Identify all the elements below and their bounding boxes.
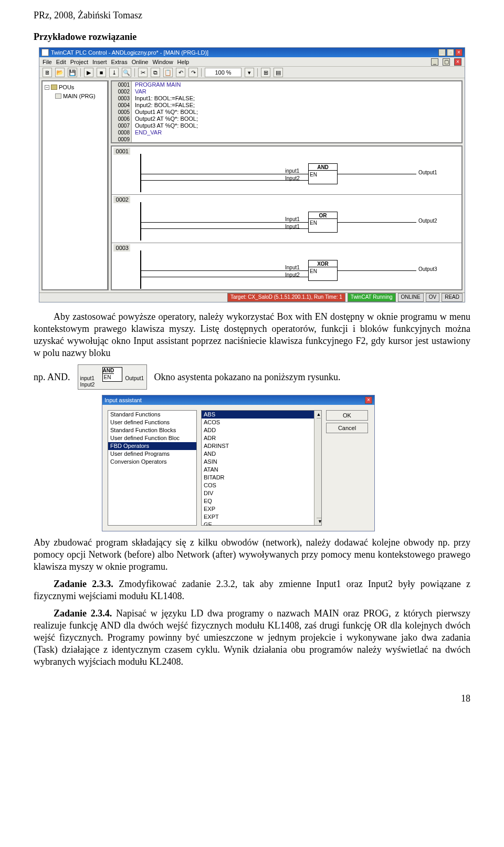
net-input1: Input1 bbox=[285, 265, 300, 271]
assist-category-item[interactable]: User defined Function Bloc bbox=[108, 434, 196, 442]
assist-operator-item[interactable]: DIV bbox=[202, 489, 321, 497]
open-icon[interactable]: 📂 bbox=[55, 68, 65, 77]
tool-icon-b[interactable]: ▤ bbox=[274, 68, 283, 77]
code-line: Output2 AT %Q*: BOOL; bbox=[135, 116, 461, 122]
net-output: Output2 bbox=[418, 218, 437, 225]
ld-block[interactable]: OREN bbox=[308, 212, 338, 233]
project-tree[interactable]: − POUs MAIN (PRG) bbox=[41, 80, 109, 290]
menu-item-project[interactable]: Project bbox=[70, 58, 88, 66]
net-input2: Input2 bbox=[285, 272, 300, 279]
copy-icon[interactable]: ⧉ bbox=[151, 68, 160, 77]
menu-item-window[interactable]: Window bbox=[152, 58, 173, 66]
undo-icon[interactable]: ↶ bbox=[176, 68, 185, 77]
run-icon[interactable]: ▶ bbox=[84, 68, 93, 77]
code-line: END_VAR bbox=[135, 129, 461, 136]
step-icon[interactable]: ⤓ bbox=[109, 68, 119, 77]
net-input1: Input1 bbox=[285, 216, 300, 223]
assist-operator-item[interactable]: ATAN bbox=[202, 466, 321, 474]
mdi-close-button[interactable]: × bbox=[454, 58, 461, 66]
dialog-close-button[interactable]: × bbox=[365, 396, 372, 404]
maximize-button[interactable]: ▢ bbox=[447, 49, 454, 56]
assist-operator-item[interactable]: COS bbox=[202, 482, 321, 489]
line-number: 0008 bbox=[112, 129, 131, 136]
menu-item-file[interactable]: File bbox=[43, 58, 52, 66]
tool-icon-a[interactable]: ⊞ bbox=[261, 68, 270, 77]
assist-category-list[interactable]: Standard FunctionsUser defined Functions… bbox=[108, 410, 197, 526]
assist-operator-item[interactable]: EXP bbox=[202, 505, 321, 513]
line-number: 0005 bbox=[112, 109, 131, 116]
close-button[interactable]: × bbox=[455, 49, 463, 56]
code-line: Input1: BOOL:=FALSE; bbox=[135, 95, 461, 102]
paste-icon[interactable]: 📋 bbox=[163, 68, 173, 77]
assist-operator-list[interactable]: ABSACOSADDADRADRINSTANDASINATANBITADRCOS… bbox=[201, 410, 322, 526]
assist-category-item[interactable]: FBD Operators bbox=[108, 442, 196, 450]
minimize-button[interactable]: _ bbox=[438, 49, 446, 56]
mdi-minimize-button[interactable]: _ bbox=[431, 58, 438, 66]
block-in2: Input2 bbox=[80, 382, 95, 389]
assist-operator-item[interactable]: ADD bbox=[202, 426, 321, 434]
net-output: Output3 bbox=[418, 266, 437, 273]
assist-operator-item[interactable]: EXPT bbox=[202, 513, 321, 521]
ld-block[interactable]: ANDEN bbox=[308, 163, 338, 184]
assist-operator-item[interactable]: GE bbox=[202, 521, 321, 526]
menu-item-online[interactable]: Online bbox=[132, 58, 149, 66]
assist-operator-item[interactable]: ASIN bbox=[202, 458, 321, 466]
status-running: TwinCAT Running bbox=[348, 293, 396, 302]
menu-item-extras[interactable]: Extras bbox=[111, 58, 127, 66]
tree-collapse-icon[interactable]: − bbox=[45, 85, 49, 90]
declaration-editor[interactable]: 0001 0002 0003 0004 0005 0006 0007 0008 … bbox=[111, 80, 463, 143]
assist-category-item[interactable]: User defined Programs bbox=[108, 450, 196, 458]
figure-and-block: AND EN input1 Input2 Output1 bbox=[78, 364, 147, 390]
text-np-and: np. AND. bbox=[34, 371, 70, 383]
block-title: AND bbox=[103, 368, 114, 374]
scroll-down-icon[interactable]: ▼ bbox=[317, 518, 322, 525]
page-number: 18 bbox=[34, 693, 470, 705]
assist-operator-item[interactable]: BITADR bbox=[202, 474, 321, 482]
assist-operator-item[interactable]: ADR bbox=[202, 434, 321, 442]
new-icon[interactable]: 🗎 bbox=[43, 68, 52, 77]
zoom-combo[interactable]: 100 % bbox=[205, 68, 242, 77]
stop-icon[interactable]: ■ bbox=[97, 68, 106, 77]
line-number: 0007 bbox=[112, 122, 131, 129]
net-input1: input1 bbox=[285, 168, 299, 175]
assist-category-item[interactable]: Standard Function Blocks bbox=[108, 426, 196, 434]
find-icon[interactable]: 🔍 bbox=[122, 68, 131, 77]
assist-category-item[interactable]: Standard Functions bbox=[108, 411, 196, 419]
menu-item-help[interactable]: Help bbox=[177, 58, 190, 66]
block-name: AND bbox=[309, 164, 337, 171]
menu-item-insert[interactable]: Insert bbox=[92, 58, 107, 66]
ld-editor[interactable]: 0001input1Input2Output1ANDEN0002Input1In… bbox=[111, 145, 463, 290]
block-out: Output1 bbox=[125, 375, 144, 382]
line-number: 0009 bbox=[112, 136, 131, 143]
ok-button[interactable]: OK bbox=[326, 410, 368, 421]
line-number: 0001 bbox=[112, 81, 131, 88]
assist-category-item[interactable]: Conversion Operators bbox=[108, 458, 196, 466]
assist-operator-item[interactable]: ADRINST bbox=[202, 442, 321, 450]
mdi-restore-button[interactable]: ▢ bbox=[443, 58, 450, 66]
menu-item-edit[interactable]: Edit bbox=[56, 58, 66, 66]
assist-operator-item[interactable]: EQ bbox=[202, 497, 321, 505]
code-line: VAR bbox=[135, 88, 461, 95]
zoom-dropdown-icon[interactable]: ▾ bbox=[245, 68, 254, 77]
ld-block[interactable]: XOREN bbox=[308, 260, 338, 281]
status-target: Target: CX_SaloD (5.1.51.200.1.1), Run T… bbox=[227, 293, 345, 302]
assist-operator-item[interactable]: ACOS bbox=[202, 419, 321, 426]
assist-operator-item[interactable]: AND bbox=[202, 450, 321, 458]
code-line: Input2: BOOL:=FALSE; bbox=[135, 102, 461, 109]
cut-icon[interactable]: ✂ bbox=[138, 68, 148, 77]
menu-bar: File Edit Project Insert Extras Online W… bbox=[39, 57, 465, 67]
cancel-button[interactable]: Cancel bbox=[326, 423, 368, 433]
line-number: 0006 bbox=[112, 116, 131, 122]
code-line: PROGRAM MAIN bbox=[135, 81, 461, 88]
scrollbar[interactable]: ▲ ▼ bbox=[314, 411, 321, 525]
task-label: Zadanie 2.3.4. bbox=[54, 608, 112, 619]
tree-leaf-label[interactable]: MAIN (PRG) bbox=[63, 92, 96, 100]
line-number: 0002 bbox=[112, 88, 131, 95]
assist-category-item[interactable]: User defined Functions bbox=[108, 419, 196, 426]
save-icon[interactable]: 💾 bbox=[68, 68, 77, 77]
code-line: Output3 AT %Q*: BOOL; bbox=[135, 122, 461, 129]
redo-icon[interactable]: ↷ bbox=[188, 68, 198, 77]
net-output: Output1 bbox=[418, 170, 437, 176]
scroll-up-icon[interactable]: ▲ bbox=[317, 411, 321, 419]
assist-operator-item[interactable]: ABS bbox=[202, 411, 321, 419]
